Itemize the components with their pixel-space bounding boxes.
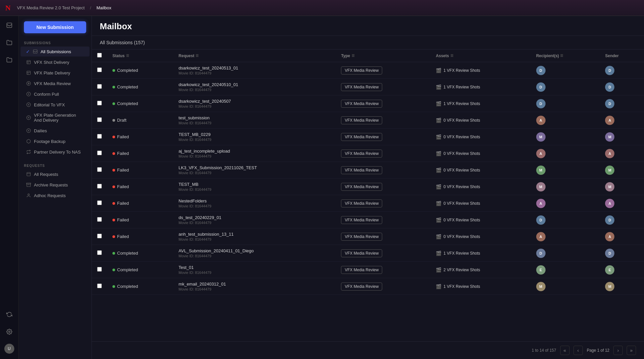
table-row[interactable]: Completed AVL_Submission_20240411_01_Die… (92, 245, 644, 262)
table-container: All Submissions (157) Status ☰ (92, 36, 644, 341)
table-row[interactable]: Completed mk_email_20240312_01 Movie ID:… (92, 278, 644, 295)
request-name[interactable]: TEST_MB_0229 (179, 132, 331, 137)
inbox-icon[interactable] (4, 20, 15, 31)
settings-icon[interactable] (4, 326, 15, 337)
table-row[interactable]: Failed aj_test_incomplete_upload Movie I… (92, 145, 644, 162)
status-badge: Draft (112, 118, 168, 123)
table-row[interactable]: Failed ds_test_20240229_01 Movie ID: 816… (92, 212, 644, 228)
assets-count: 0 VFX Review Shots (443, 201, 480, 206)
sidebar-item-label: Footage Backup (34, 139, 66, 144)
row-checkbox[interactable] (97, 184, 102, 188)
pagination-prev[interactable]: ‹ (573, 346, 583, 355)
status-text: Failed (117, 134, 129, 139)
table-row[interactable]: Failed NestedFolders Movie ID: 81644479 … (92, 195, 644, 212)
sync-icon[interactable] (4, 309, 15, 320)
pagination-first[interactable]: « (560, 346, 569, 355)
sidebar-item-adhoc-requests[interactable]: Adhoc Requests (21, 190, 89, 200)
table-row[interactable]: Failed TEST_MB_0229 Movie ID: 81644479 V… (92, 129, 644, 145)
row-checkbox[interactable] (97, 101, 102, 105)
recipients-col-header: Recipient(s) (536, 54, 559, 58)
row-checkbox[interactable] (97, 117, 102, 122)
folder2-icon[interactable] (4, 55, 15, 65)
assets-icon: 🎬 (436, 284, 441, 289)
row-checkbox[interactable] (97, 134, 102, 139)
request-name[interactable]: AVL_Submission_20240411_01_Diego (179, 248, 331, 253)
request-name[interactable]: mk_email_20240312_01 (179, 282, 331, 287)
table-row[interactable]: Failed anh_test_submission_13_11 Movie I… (92, 228, 644, 245)
sender-avatar-group: M (605, 132, 639, 142)
status-badge: Failed (112, 168, 168, 173)
row-checkbox[interactable] (97, 200, 102, 205)
table-row[interactable]: Completed Test_01 Movie ID: 81644479 VFX… (92, 262, 644, 278)
sidebar-item-vfx-plate-gen[interactable]: VFX Plate Generation And Delivery (21, 110, 89, 125)
table-row[interactable]: Completed dsarkowicz_test_20240513_01 Mo… (92, 62, 644, 79)
row-checkbox[interactable] (97, 84, 102, 89)
recipients-filter-icon[interactable]: ☰ (560, 54, 563, 58)
row-checkbox[interactable] (97, 167, 102, 172)
row-checkbox[interactable] (97, 250, 102, 255)
sidebar-item-editorial-to-vfx[interactable]: Editorial To VFX (21, 100, 89, 110)
plate-gen-icon (26, 115, 31, 120)
request-name[interactable]: dsarkowicz_test_20240507 (179, 99, 331, 104)
sidebar-item-footage-backup[interactable]: Footage Backup (21, 136, 89, 146)
table-row[interactable]: Failed LK3_VFX_Submission_20211026_TEST … (92, 162, 644, 179)
status-filter-icon[interactable]: ☰ (126, 54, 129, 58)
status-badge: Completed (112, 84, 168, 89)
pagination-next[interactable]: › (613, 346, 623, 355)
request-name[interactable]: anh_test_submission_13_11 (179, 232, 331, 237)
sender-avatar: M (605, 166, 614, 175)
sidebar-item-vfx-media-review[interactable]: VFX Media Review (21, 78, 89, 88)
request-filter-icon[interactable]: ☰ (196, 54, 199, 58)
sidebar-item-archive-requests[interactable]: Archive Requests (21, 180, 89, 190)
select-all-checkbox[interactable] (97, 53, 102, 58)
sidebar-item-conform-pull[interactable]: Conform Pull (21, 89, 89, 99)
row-checkbox[interactable] (97, 151, 102, 155)
request-name[interactable]: NestedFolders (179, 198, 331, 203)
archive-icon (26, 182, 31, 187)
request-name[interactable]: aj_test_incomplete_upload (179, 149, 331, 154)
user-avatar[interactable]: U (4, 344, 14, 354)
breadcrumb-project[interactable]: VFX Media Review 2.0 Test Project (17, 5, 85, 10)
row-checkbox[interactable] (97, 284, 102, 288)
status-dot (112, 252, 115, 255)
recipient-avatars: M (536, 282, 595, 291)
assets-cell: 🎬 0 VFX Review Shots (436, 217, 525, 223)
row-checkbox[interactable] (97, 234, 102, 238)
table-row[interactable]: Draft test_submission Movie ID: 81644479… (92, 112, 644, 129)
sidebar-item-vfx-plate-delivery[interactable]: VFX Plate Delivery (21, 68, 89, 78)
row-checkbox[interactable] (97, 267, 102, 272)
pagination-last[interactable]: » (627, 346, 636, 355)
request-name[interactable]: test_submission (179, 115, 331, 120)
assets-icon: 🎬 (436, 217, 441, 223)
sidebar-item-dailies[interactable]: Dailies (21, 126, 89, 136)
row-checkbox[interactable] (97, 67, 102, 72)
new-submission-button[interactable]: New Submission (24, 21, 86, 33)
type-badge: VFX Media Review (341, 249, 382, 257)
request-movie-id: Movie ID: 81644479 (179, 171, 331, 175)
dailies-icon (26, 128, 31, 133)
request-name[interactable]: ds_test_20240229_01 (179, 215, 331, 220)
table-row[interactable]: Failed TEST_MB Movie ID: 81644479 VFX Me… (92, 179, 644, 195)
request-movie-id: Movie ID: 81644479 (179, 138, 331, 142)
request-name[interactable]: LK3_VFX_Submission_20211026_TEST (179, 165, 331, 170)
request-name[interactable]: Test_01 (179, 265, 331, 270)
request-name[interactable]: dsarkowicz_test_20240513_01 (179, 65, 331, 70)
adhoc-icon (26, 193, 31, 198)
sidebar-item-partner-delivery[interactable]: Partner Delivery To NAS (21, 147, 89, 157)
sender-avatar-group: M (605, 182, 639, 191)
request-name[interactable]: TEST_MB (179, 182, 331, 187)
table-row[interactable]: Completed dsarkowicz_test_20240510_01 Mo… (92, 79, 644, 95)
type-filter-icon[interactable]: ☰ (352, 54, 355, 58)
breadcrumb-current: Mailbox (96, 5, 111, 10)
svg-marker-10 (28, 83, 30, 84)
sidebar-item-all-requests[interactable]: All Requests (21, 169, 89, 179)
row-checkbox[interactable] (97, 217, 102, 222)
folder-icon[interactable] (4, 37, 15, 48)
sidebar-item-vfx-shot-delivery[interactable]: VFX Shot Delivery (21, 57, 89, 67)
sidebar-item-all-submissions[interactable]: ✓ All Submissions (21, 47, 89, 57)
recipient-avatar: M (536, 182, 546, 191)
request-name[interactable]: dsarkowicz_test_20240510_01 (179, 82, 331, 87)
assets-filter-icon[interactable]: ☰ (450, 54, 453, 58)
status-text: Completed (117, 84, 138, 89)
table-row[interactable]: Completed dsarkowicz_test_20240507 Movie… (92, 95, 644, 112)
